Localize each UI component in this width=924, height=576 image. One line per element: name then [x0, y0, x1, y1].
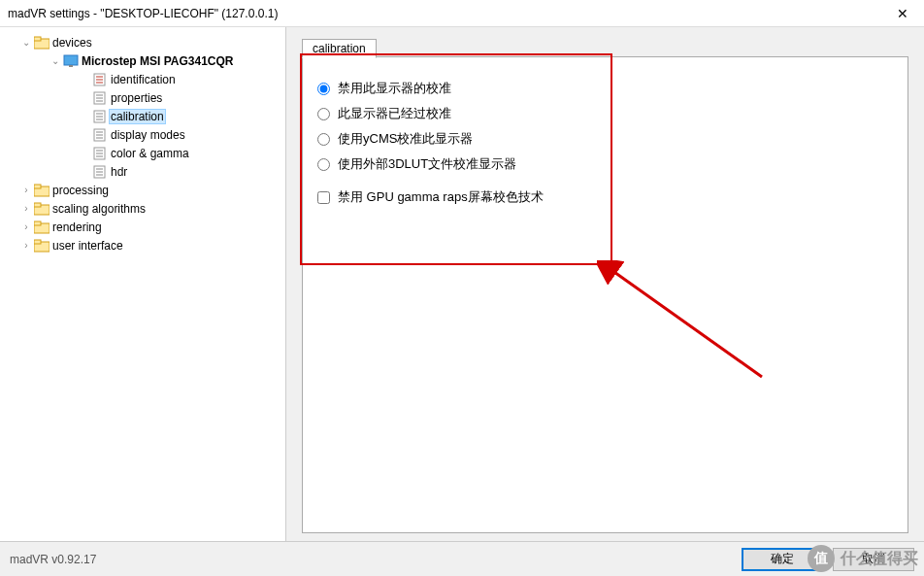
titlebar: madVR settings - "DESKTOP-LIECOHF" (127.… [0, 0, 924, 27]
page-icon [91, 147, 109, 160]
main-panel: calibration 禁用此显示器的校准 此显示器已经过校准 使用yCMS校准… [286, 27, 924, 541]
chevron-right-icon[interactable]: › [19, 203, 33, 214]
folder-icon [33, 202, 50, 216]
radio-label: 使用外部3DLUT文件校准显示器 [338, 155, 516, 173]
tree-label: user interface [50, 239, 125, 253]
close-icon: ✕ [897, 6, 908, 21]
tree-hdr[interactable]: hdr [4, 162, 281, 181]
radio-ycms[interactable]: 使用yCMS校准此显示器 [317, 126, 544, 152]
svg-rect-1 [34, 37, 41, 41]
svg-rect-33 [34, 221, 41, 225]
tree-label: processing [50, 184, 111, 197]
chevron-down-icon[interactable]: ⌄ [19, 37, 33, 48]
tree-label: Microstep MSI PAG341CQR [80, 54, 235, 68]
tree-rendering[interactable]: › rendering [4, 218, 281, 236]
tree-label: hdr [109, 165, 129, 179]
radio-3dlut[interactable]: 使用外部3DLUT文件校准显示器 [317, 152, 544, 177]
chevron-down-icon[interactable]: ⌄ [49, 55, 62, 66]
tab-calibration[interactable]: calibration [302, 39, 377, 58]
folder-icon [33, 36, 50, 50]
radio-disable-calibration[interactable]: 禁用此显示器的校准 [317, 76, 544, 101]
tree-identification[interactable]: identification [4, 70, 281, 88]
tree-user-interface[interactable]: › user interface [4, 236, 281, 254]
svg-rect-35 [34, 240, 41, 244]
calibration-options: 禁用此显示器的校准 此显示器已经过校准 使用yCMS校准此显示器 使用外部3DL… [317, 76, 544, 210]
tree-calibration[interactable]: calibration [4, 107, 281, 125]
monitor-icon [62, 54, 80, 68]
chevron-right-icon[interactable]: › [19, 221, 33, 232]
tree-label: calibration [109, 109, 166, 124]
tree-label: identification [109, 73, 178, 86]
radio-input[interactable] [317, 108, 330, 120]
footer: madVR v0.92.17 确定 取消 [0, 541, 924, 576]
page-icon [91, 91, 109, 105]
tree-label: display modes [109, 128, 187, 142]
page-icon [91, 110, 109, 123]
tree-monitor[interactable]: ⌄ Microstep MSI PAG341CQR [4, 51, 281, 70]
tree-label: scaling algorithms [50, 202, 148, 216]
tree-label: rendering [50, 220, 104, 234]
checkbox-label: 禁用 GPU gamma raps屏幕校色技术 [338, 188, 544, 206]
folder-icon [33, 220, 50, 234]
radio-input[interactable] [317, 83, 330, 95]
chevron-right-icon[interactable]: › [19, 185, 33, 195]
radio-already-calibrated[interactable]: 此显示器已经过校准 [317, 101, 544, 126]
tree-display-modes[interactable]: display modes [4, 125, 281, 144]
tree-properties[interactable]: properties [4, 88, 281, 107]
page-icon [91, 128, 109, 142]
tree-label: properties [109, 91, 164, 105]
radio-input[interactable] [317, 133, 330, 146]
radio-label: 使用yCMS校准此显示器 [338, 130, 473, 148]
tree-label: devices [50, 36, 94, 50]
svg-rect-3 [69, 65, 73, 67]
tree-scaling[interactable]: › scaling algorithms [4, 199, 281, 218]
tree-color-gamma[interactable]: color & gamma [4, 144, 281, 162]
radio-label: 此显示器已经过校准 [338, 105, 451, 122]
tree-label: color & gamma [109, 147, 191, 160]
svg-rect-29 [34, 185, 41, 188]
radio-label: 禁用此显示器的校准 [338, 80, 451, 97]
tab-label: calibration [313, 42, 366, 55]
tree-devices[interactable]: ⌄ devices [4, 33, 281, 51]
chevron-right-icon[interactable]: › [19, 240, 33, 251]
window-title: madVR settings - "DESKTOP-LIECOHF" (127.… [8, 7, 880, 20]
content-area: ⌄ devices ⌄ Microstep MSI PAG341CQR iden… [0, 27, 924, 541]
svg-rect-2 [64, 55, 78, 65]
sidebar-tree: ⌄ devices ⌄ Microstep MSI PAG341CQR iden… [0, 27, 286, 541]
checkbox-disable-gpu-gamma[interactable]: 禁用 GPU gamma raps屏幕校色技术 [317, 185, 544, 210]
page-icon [91, 165, 109, 179]
checkbox-input[interactable] [317, 191, 330, 204]
ok-button[interactable]: 确定 [742, 548, 823, 571]
page-icon [91, 73, 109, 86]
folder-icon [33, 184, 50, 197]
close-button[interactable]: ✕ [880, 0, 924, 27]
cancel-button[interactable]: 取消 [833, 548, 914, 571]
svg-rect-31 [34, 203, 41, 207]
tree-processing[interactable]: › processing [4, 181, 281, 199]
version-text: madVR v0.92.17 [10, 553, 732, 566]
radio-input[interactable] [317, 158, 330, 171]
folder-icon [33, 239, 50, 253]
